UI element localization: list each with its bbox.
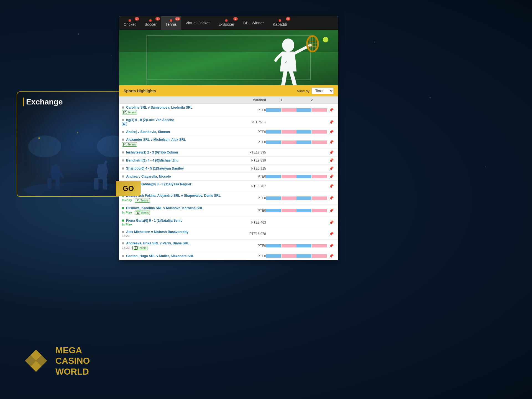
back2-3[interactable] xyxy=(296,140,311,144)
table-row: Yasmine Kabbaj(0) 3 - 3 (1)Alyssa Reguer… xyxy=(119,181,338,192)
back2-0[interactable] xyxy=(296,108,311,112)
back2-2[interactable] xyxy=(296,130,311,134)
back-2[interactable] xyxy=(266,130,281,134)
lay-13[interactable] xyxy=(282,244,296,247)
lay2-13[interactable] xyxy=(312,244,327,247)
pin-9[interactable]: 📌 xyxy=(327,196,335,200)
pin-0[interactable]: 📌 xyxy=(327,108,335,112)
lay-9[interactable] xyxy=(282,196,296,200)
lay-14[interactable] xyxy=(282,254,296,258)
match-name-7[interactable]: Andrea v Ciavarella, Niccolo xyxy=(126,175,171,178)
tab-soccer[interactable]: Soccer 6 xyxy=(140,16,161,30)
table-row: ng(1) 0 - 0 (2)Luca Van Assche ▶ PTE751K… xyxy=(119,116,338,128)
match-tag-9: E Tennis xyxy=(135,198,150,203)
pin-3[interactable]: 📌 xyxy=(327,140,335,144)
lay2-7[interactable] xyxy=(312,175,327,178)
pin-6[interactable]: 📌 xyxy=(327,166,335,171)
match-name-14[interactable]: Gaston, Hugo SRL v Muller, Alexandre SRL xyxy=(126,254,194,258)
exchange-bar-decoration xyxy=(23,98,24,106)
tennis-live-icon xyxy=(170,19,172,22)
stream-icon: ▶ xyxy=(122,122,127,126)
status-dot-3 xyxy=(122,139,124,141)
match-name-3[interactable]: Alexander SRL v Michelsen, Alex SRL xyxy=(126,138,186,142)
tab-tennis[interactable]: Tennis 12 xyxy=(161,16,181,30)
status-dot-6 xyxy=(122,167,124,170)
back-10[interactable] xyxy=(266,209,281,212)
match-name-6[interactable]: Sharipov(0) 4 - 5 (1)Savriyan Danilov xyxy=(126,167,184,170)
back2-7[interactable] xyxy=(296,175,311,178)
back-13[interactable] xyxy=(266,244,281,247)
match-name-12[interactable]: Alex Michelsen v Nishesh Basavareddy xyxy=(126,230,188,234)
pin-14[interactable]: 📌 xyxy=(327,254,335,258)
match-name-1[interactable]: ng(1) 0 - 0 (2)Luca Van Assche xyxy=(126,118,174,122)
lay-0[interactable] xyxy=(282,108,296,112)
back-0[interactable] xyxy=(266,108,281,112)
table-row: Andrej v Stankovic, Simeon PTE0 📌 xyxy=(119,128,338,136)
status-dot-1 xyxy=(122,119,124,121)
go-button[interactable]: GO xyxy=(116,181,141,196)
lay2-3[interactable] xyxy=(312,140,327,144)
match-info-3: Alexander SRL v Michelsen, Alex SRL E Te… xyxy=(122,138,238,147)
status-dot-12 xyxy=(122,231,124,233)
pin-11[interactable]: 📌 xyxy=(327,220,335,225)
sports-panel: Cricket 3 Soccer 6 Tennis 12 Virtual Cri… xyxy=(119,16,338,260)
table-row: Andrea v Ciavarella, Niccolo PTE0 📌 xyxy=(119,173,338,181)
matched-0: PTE0 xyxy=(238,108,266,112)
lay2-14[interactable] xyxy=(312,254,327,258)
matched-7: PTE0 xyxy=(238,175,266,178)
pin-12[interactable]: 📌 xyxy=(327,232,335,236)
svg-point-24 xyxy=(282,39,294,52)
status-dot-7 xyxy=(122,175,124,178)
tab-kabaddi[interactable]: Kabaddi 0 xyxy=(268,16,291,30)
back2-13[interactable] xyxy=(296,244,311,247)
view-by-section: View by Time League xyxy=(297,88,334,94)
lay2-9[interactable] xyxy=(312,196,327,200)
pin-2[interactable]: 📌 xyxy=(327,130,335,134)
highlights-title: Sports Highlights xyxy=(124,89,156,93)
tab-esoccer[interactable]: E-Soccer 5 xyxy=(214,16,239,30)
lay2-10[interactable] xyxy=(312,209,327,212)
match-name-5[interactable]: Benchetrit(1) 4 - 4 (0)Michael Zhu xyxy=(126,158,178,162)
back2-10[interactable] xyxy=(296,209,311,212)
odds-2-3 xyxy=(296,140,327,144)
back-3[interactable] xyxy=(266,140,281,144)
back-14[interactable] xyxy=(266,254,281,258)
back-9[interactable] xyxy=(266,196,281,200)
lay-10[interactable] xyxy=(282,209,296,212)
lay-2[interactable] xyxy=(282,130,296,134)
lay2-2[interactable] xyxy=(312,130,327,134)
pin-13[interactable]: 📌 xyxy=(327,244,335,248)
odds-2-9 xyxy=(296,196,327,200)
back2-9[interactable] xyxy=(296,196,311,200)
pin-8[interactable]: 📌 xyxy=(327,184,335,188)
lay-3[interactable] xyxy=(282,140,296,144)
lay2-0[interactable] xyxy=(312,108,327,112)
table-row: Benchetrit(1) 4 - 4 (0)Michael Zhu PTE9,… xyxy=(119,157,338,165)
pin-10[interactable]: 📌 xyxy=(327,208,335,213)
kabaddi-live-icon xyxy=(279,19,281,22)
view-by-select[interactable]: Time League xyxy=(312,88,334,94)
pin-4[interactable]: 📌 xyxy=(327,150,335,155)
match-name-11[interactable]: Fiona Ganz(0) 0 - 1 (1)Natalija Senic xyxy=(126,219,182,222)
match-name-2[interactable]: Andrej v Stankovic, Simeon xyxy=(126,130,170,134)
pin-7[interactable]: 📌 xyxy=(327,174,335,179)
pin-5[interactable]: 📌 xyxy=(327,158,335,163)
back2-14[interactable] xyxy=(296,254,311,258)
match-name-4[interactable]: Ieshivtsev(1) 2 - 3 (0)Tibo Colson xyxy=(126,150,178,154)
match-info-10: Pliskova, Karolina SRL v Muchova, Karoli… xyxy=(122,206,238,215)
tab-bbl-winner[interactable]: BBL Winner xyxy=(239,17,268,29)
svg-point-15 xyxy=(77,132,78,133)
match-name-13[interactable]: Andreeva, Erika SRL v Parry, Diane SRL xyxy=(126,241,189,245)
matched-12: PTE16,978 xyxy=(238,232,266,236)
tab-virtual-cricket[interactable]: Virtual Cricket xyxy=(181,17,214,29)
match-name-0[interactable]: Caroline SRL v Samsonova, Liudmila SRL xyxy=(126,106,192,109)
pin-1[interactable]: 📌 xyxy=(327,120,335,124)
back-7[interactable] xyxy=(266,175,281,178)
lay-7[interactable] xyxy=(282,175,296,178)
odds-1-9 xyxy=(266,196,296,200)
match-tag-0: E Tennis xyxy=(122,110,137,114)
tab-cricket[interactable]: Cricket 3 xyxy=(119,16,140,30)
nav-tabs: Cricket 3 Soccer 6 Tennis 12 Virtual Cri… xyxy=(119,16,338,30)
svg-rect-6 xyxy=(56,178,60,189)
match-name-10[interactable]: Pliskova, Karolina SRL v Muchova, Karoli… xyxy=(126,206,203,210)
